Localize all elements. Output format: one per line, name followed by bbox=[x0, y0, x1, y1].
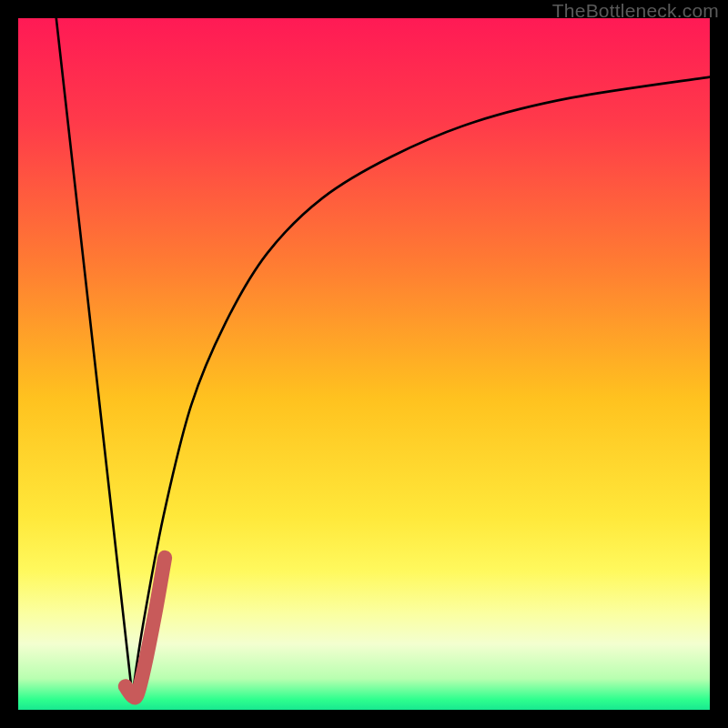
curve-layer bbox=[18, 18, 710, 710]
plot-area bbox=[18, 18, 710, 710]
curve-right-branch bbox=[132, 77, 710, 696]
watermark-text: TheBottleneck.com bbox=[552, 0, 719, 22]
chart-frame: TheBottleneck.com bbox=[0, 0, 728, 728]
curve-left-branch bbox=[56, 18, 133, 696]
